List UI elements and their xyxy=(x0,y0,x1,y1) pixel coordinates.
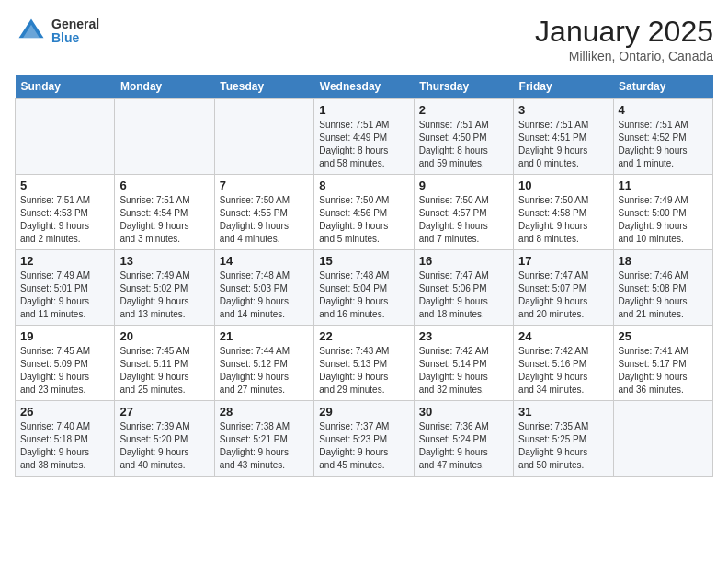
calendar-cell: 26Sunrise: 7:40 AM Sunset: 5:18 PM Dayli… xyxy=(16,401,115,477)
logo: General Blue xyxy=(15,15,99,48)
day-info: Sunrise: 7:51 AM Sunset: 4:52 PM Dayligh… xyxy=(619,119,708,170)
day-number: 22 xyxy=(319,329,408,343)
day-info: Sunrise: 7:50 AM Sunset: 4:58 PM Dayligh… xyxy=(518,194,608,246)
calendar-cell: 22Sunrise: 7:43 AM Sunset: 5:13 PM Dayli… xyxy=(314,326,414,401)
day-number: 13 xyxy=(119,254,209,268)
day-number: 11 xyxy=(619,178,708,192)
day-number: 31 xyxy=(518,405,608,419)
calendar-cell: 5Sunrise: 7:51 AM Sunset: 4:53 PM Daylig… xyxy=(16,175,115,250)
day-number: 9 xyxy=(419,178,508,192)
logo-line2: Blue xyxy=(51,31,99,45)
day-number: 19 xyxy=(20,329,109,343)
calendar-cell: 2Sunrise: 7:51 AM Sunset: 4:50 PM Daylig… xyxy=(414,99,513,175)
week-row-1: 5Sunrise: 7:51 AM Sunset: 4:53 PM Daylig… xyxy=(16,175,713,250)
day-number: 29 xyxy=(319,405,408,419)
weekday-header-sunday: Sunday xyxy=(16,75,115,99)
calendar-cell xyxy=(613,401,712,477)
day-number: 18 xyxy=(619,254,708,268)
weekday-header-tuesday: Tuesday xyxy=(214,75,313,99)
day-info: Sunrise: 7:44 AM Sunset: 5:12 PM Dayligh… xyxy=(220,345,309,396)
day-number: 28 xyxy=(220,405,309,419)
calendar-cell: 13Sunrise: 7:49 AM Sunset: 5:02 PM Dayli… xyxy=(115,250,214,326)
calendar-cell xyxy=(115,99,214,175)
calendar-cell: 31Sunrise: 7:35 AM Sunset: 5:25 PM Dayli… xyxy=(514,401,613,477)
day-info: Sunrise: 7:42 AM Sunset: 5:14 PM Dayligh… xyxy=(419,345,508,396)
day-number: 23 xyxy=(419,329,508,343)
day-info: Sunrise: 7:43 AM Sunset: 5:13 PM Dayligh… xyxy=(319,345,408,396)
day-number: 8 xyxy=(319,178,408,192)
calendar-cell: 3Sunrise: 7:51 AM Sunset: 4:51 PM Daylig… xyxy=(514,99,613,175)
day-info: Sunrise: 7:40 AM Sunset: 5:18 PM Dayligh… xyxy=(20,420,109,472)
day-info: Sunrise: 7:46 AM Sunset: 5:08 PM Dayligh… xyxy=(619,270,708,321)
calendar-cell: 29Sunrise: 7:37 AM Sunset: 5:23 PM Dayli… xyxy=(314,401,414,477)
day-info: Sunrise: 7:41 AM Sunset: 5:17 PM Dayligh… xyxy=(619,345,708,396)
calendar-cell: 8Sunrise: 7:50 AM Sunset: 4:56 PM Daylig… xyxy=(314,175,414,250)
weekday-header-monday: Monday xyxy=(115,75,214,99)
calendar-cell: 30Sunrise: 7:36 AM Sunset: 5:24 PM Dayli… xyxy=(414,401,513,477)
calendar-header: SundayMondayTuesdayWednesdayThursdayFrid… xyxy=(16,75,713,99)
weekday-row: SundayMondayTuesdayWednesdayThursdayFrid… xyxy=(16,75,713,99)
day-number: 10 xyxy=(518,178,608,192)
logo-text: General Blue xyxy=(51,17,99,46)
day-info: Sunrise: 7:49 AM Sunset: 5:00 PM Dayligh… xyxy=(619,194,708,246)
weekday-header-thursday: Thursday xyxy=(414,75,513,99)
calendar-table: SundayMondayTuesdayWednesdayThursdayFrid… xyxy=(15,75,713,477)
calendar-cell: 9Sunrise: 7:50 AM Sunset: 4:57 PM Daylig… xyxy=(414,175,513,250)
calendar-subtitle: Milliken, Ontario, Canada xyxy=(535,49,713,63)
calendar-cell xyxy=(16,99,115,175)
page-header: General Blue January 2025 Milliken, Onta… xyxy=(15,15,713,63)
day-info: Sunrise: 7:51 AM Sunset: 4:49 PM Dayligh… xyxy=(319,119,408,170)
day-info: Sunrise: 7:36 AM Sunset: 5:24 PM Dayligh… xyxy=(419,420,508,472)
day-number: 14 xyxy=(220,254,309,268)
day-info: Sunrise: 7:51 AM Sunset: 4:50 PM Dayligh… xyxy=(419,119,508,170)
day-info: Sunrise: 7:51 AM Sunset: 4:54 PM Dayligh… xyxy=(119,194,209,246)
day-info: Sunrise: 7:48 AM Sunset: 5:04 PM Dayligh… xyxy=(319,270,408,321)
day-number: 5 xyxy=(20,178,109,192)
day-number: 3 xyxy=(518,103,608,117)
calendar-body: 1Sunrise: 7:51 AM Sunset: 4:49 PM Daylig… xyxy=(16,99,713,477)
calendar-cell: 23Sunrise: 7:42 AM Sunset: 5:14 PM Dayli… xyxy=(414,326,513,401)
day-info: Sunrise: 7:42 AM Sunset: 5:16 PM Dayligh… xyxy=(518,345,608,396)
calendar-cell xyxy=(214,99,313,175)
day-number: 27 xyxy=(119,405,209,419)
day-number: 20 xyxy=(119,329,209,343)
calendar-cell: 16Sunrise: 7:47 AM Sunset: 5:06 PM Dayli… xyxy=(414,250,513,326)
day-number: 15 xyxy=(319,254,408,268)
week-row-2: 12Sunrise: 7:49 AM Sunset: 5:01 PM Dayli… xyxy=(16,250,713,326)
logo-line1: General xyxy=(51,17,99,31)
day-number: 24 xyxy=(518,329,608,343)
calendar-cell: 6Sunrise: 7:51 AM Sunset: 4:54 PM Daylig… xyxy=(115,175,214,250)
day-info: Sunrise: 7:49 AM Sunset: 5:01 PM Dayligh… xyxy=(20,270,109,321)
calendar-cell: 14Sunrise: 7:48 AM Sunset: 5:03 PM Dayli… xyxy=(214,250,313,326)
day-info: Sunrise: 7:39 AM Sunset: 5:20 PM Dayligh… xyxy=(119,420,209,472)
day-number: 7 xyxy=(220,178,309,192)
calendar-cell: 28Sunrise: 7:38 AM Sunset: 5:21 PM Dayli… xyxy=(214,401,313,477)
day-info: Sunrise: 7:50 AM Sunset: 4:57 PM Dayligh… xyxy=(419,194,508,246)
day-info: Sunrise: 7:45 AM Sunset: 5:09 PM Dayligh… xyxy=(20,345,109,396)
calendar-cell: 18Sunrise: 7:46 AM Sunset: 5:08 PM Dayli… xyxy=(613,250,712,326)
day-number: 1 xyxy=(319,103,408,117)
calendar-cell: 4Sunrise: 7:51 AM Sunset: 4:52 PM Daylig… xyxy=(613,99,712,175)
calendar-cell: 20Sunrise: 7:45 AM Sunset: 5:11 PM Dayli… xyxy=(115,326,214,401)
day-info: Sunrise: 7:48 AM Sunset: 5:03 PM Dayligh… xyxy=(220,270,309,321)
day-info: Sunrise: 7:47 AM Sunset: 5:06 PM Dayligh… xyxy=(419,270,508,321)
day-number: 25 xyxy=(619,329,708,343)
day-info: Sunrise: 7:50 AM Sunset: 4:56 PM Dayligh… xyxy=(319,194,408,246)
day-number: 16 xyxy=(419,254,508,268)
day-info: Sunrise: 7:51 AM Sunset: 4:53 PM Dayligh… xyxy=(20,194,109,246)
day-number: 4 xyxy=(619,103,708,117)
calendar-title: January 2025 xyxy=(535,15,713,49)
calendar-cell: 19Sunrise: 7:45 AM Sunset: 5:09 PM Dayli… xyxy=(16,326,115,401)
calendar-cell: 24Sunrise: 7:42 AM Sunset: 5:16 PM Dayli… xyxy=(514,326,613,401)
week-row-3: 19Sunrise: 7:45 AM Sunset: 5:09 PM Dayli… xyxy=(16,326,713,401)
calendar-cell: 15Sunrise: 7:48 AM Sunset: 5:04 PM Dayli… xyxy=(314,250,414,326)
day-info: Sunrise: 7:45 AM Sunset: 5:11 PM Dayligh… xyxy=(119,345,209,396)
day-number: 21 xyxy=(220,329,309,343)
calendar-cell: 17Sunrise: 7:47 AM Sunset: 5:07 PM Dayli… xyxy=(514,250,613,326)
day-info: Sunrise: 7:47 AM Sunset: 5:07 PM Dayligh… xyxy=(518,270,608,321)
calendar-cell: 12Sunrise: 7:49 AM Sunset: 5:01 PM Dayli… xyxy=(16,250,115,326)
calendar-cell: 7Sunrise: 7:50 AM Sunset: 4:55 PM Daylig… xyxy=(214,175,313,250)
day-number: 26 xyxy=(20,405,109,419)
day-number: 6 xyxy=(119,178,209,192)
title-block: January 2025 Milliken, Ontario, Canada xyxy=(535,15,713,63)
